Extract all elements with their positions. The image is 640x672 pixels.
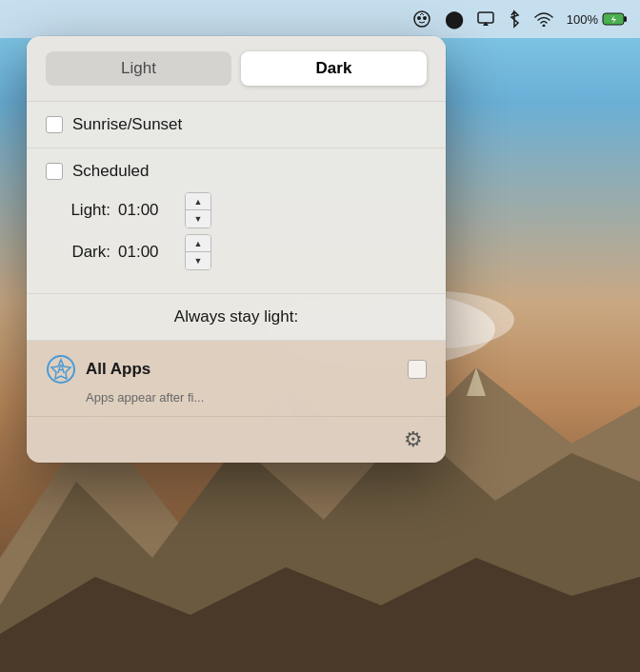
all-apps-checkbox[interactable] [408, 360, 427, 379]
svg-rect-15 [624, 16, 627, 22]
battery-icon [602, 11, 629, 27]
light-time-value: 01:00 [118, 201, 175, 220]
battery-percent-label: 100% [567, 12, 598, 27]
all-apps-icon: A [46, 354, 76, 385]
scheduled-label: Scheduled [72, 162, 149, 181]
dark-time-down-button[interactable]: ▼ [186, 252, 210, 269]
all-apps-name: All Apps [86, 360, 398, 379]
sunrise-sunset-label: Sunrise/Sunset [72, 115, 182, 134]
dark-time-label: Dark: [53, 243, 110, 262]
sunrise-sunset-checkbox[interactable] [46, 116, 63, 133]
all-apps-section: A All Apps Apps appear after fi... [27, 341, 446, 417]
light-time-stepper[interactable]: ▲ ▼ [185, 192, 211, 228]
battery-status: 100% [567, 11, 629, 27]
footer-section: ⚙ [27, 417, 446, 463]
svg-point-9 [417, 16, 421, 20]
dark-time-value: 01:00 [118, 243, 175, 262]
svg-rect-11 [478, 12, 493, 23]
dark-time-up-button[interactable]: ▲ [186, 235, 210, 252]
gear-icon: ⚙ [404, 427, 423, 452]
svg-text:A: A [57, 363, 66, 376]
light-time-down-button[interactable]: ▼ [186, 210, 210, 227]
theme-toggle-section: Light Dark [27, 36, 446, 102]
bluetooth-icon[interactable] [508, 10, 521, 29]
always-stay-light-label: Always stay light: [174, 307, 298, 326]
menu-bar: ⬤ 100% [0, 0, 640, 38]
always-stay-light-section: Always stay light: [27, 294, 446, 341]
light-time-row: Light: 01:00 ▲ ▼ [46, 192, 427, 228]
svg-point-10 [423, 16, 427, 20]
all-apps-row: A All Apps [46, 354, 427, 385]
sunrise-sunset-row: Sunrise/Sunset [27, 102, 446, 148]
dark-mode-button[interactable]: Dark [241, 51, 427, 86]
wifi-icon[interactable] [534, 11, 553, 27]
settings-button[interactable]: ⚙ [400, 426, 427, 453]
airplay-icon[interactable] [477, 11, 494, 27]
light-time-label: Light: [53, 201, 110, 220]
light-time-up-button[interactable]: ▲ [186, 193, 210, 210]
owl-icon[interactable] [412, 10, 431, 29]
all-apps-subtitle: Apps appear after fi... [86, 390, 427, 405]
scheduled-checkbox[interactable] [46, 163, 63, 180]
popup-arrow [226, 36, 247, 37]
circle-dot-icon[interactable]: ⬤ [445, 9, 464, 30]
dark-time-stepper[interactable]: ▲ ▼ [185, 234, 211, 270]
scheduled-section: Scheduled Light: 01:00 ▲ ▼ Dark: 01:00 ▲… [27, 148, 446, 294]
scheduled-header: Scheduled [46, 162, 427, 181]
svg-point-13 [542, 25, 545, 28]
light-mode-button[interactable]: Light [46, 51, 231, 86]
popup-panel: Light Dark Sunrise/Sunset Scheduled Ligh… [27, 36, 446, 463]
dark-time-row: Dark: 01:00 ▲ ▼ [46, 234, 427, 270]
